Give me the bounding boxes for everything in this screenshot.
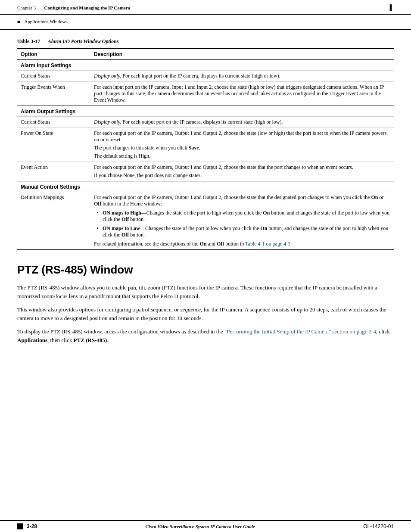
table-row: Event Action For each output port on the…: [17, 162, 394, 181]
chapter-name: Configuring and Managing the IP Camera: [44, 5, 131, 10]
doc-number-label: OL-14220-01: [363, 523, 394, 529]
chapter-label: Chapter 3: [17, 5, 36, 10]
page-subheader: ■ Applications Windows: [0, 16, 411, 30]
definition-bullet-list: ON maps to High—Changes the state of the…: [94, 210, 390, 238]
option-description: Display only. For each input port on the…: [90, 71, 394, 82]
col-header-description: Description: [90, 49, 394, 60]
option-description: For each input port on the IP camera, In…: [90, 82, 394, 106]
table-title: Table 3-17 Alarm I/O Ports Window Option…: [17, 38, 394, 45]
main-content: Table 3-17 Alarm I/O Ports Window Option…: [0, 30, 411, 358]
option-label: Event Action: [17, 162, 90, 181]
initial-setup-link[interactable]: "Performing the Initial Setup of the IP …: [224, 328, 376, 335]
table-link[interactable]: Table 4-1 on page 4-3: [245, 241, 290, 247]
ptz-para3: To display the PTZ (RS-485) window, acce…: [17, 327, 394, 344]
footer-left: 3-28: [17, 523, 37, 529]
footer-square-icon: [17, 523, 23, 529]
section-alarm-output: Alarm Output Settings: [17, 106, 394, 117]
page-number: 3-28: [27, 523, 37, 529]
col-header-option: Option: [17, 49, 90, 60]
list-item: ON maps to Low—Changes the state of the …: [94, 225, 390, 238]
footer-doc-number: OL-14220-01: [363, 523, 394, 529]
ptz-section: PTZ (RS-485) Window The PTZ (RS-485) win…: [17, 263, 394, 344]
option-description: Display only. For each output port on th…: [90, 117, 394, 128]
options-table: Option Description Alarm Input Settings …: [17, 48, 394, 250]
table-row: Trigger Events When For each input port …: [17, 82, 394, 106]
option-label: Trigger Events When: [17, 82, 90, 106]
table-row: Current Status Display only. For each ou…: [17, 117, 394, 128]
section-manual-control: Manual Control Settings: [17, 181, 394, 192]
subheader-label: Applications Windows: [24, 19, 68, 24]
option-label: Definition Mappings: [17, 192, 90, 250]
option-description: For each output port on the IP camera, O…: [90, 192, 394, 250]
page-footer: 3-28 Cisco Video Surveillance System IP …: [0, 520, 411, 532]
guide-name-label: Cisco Video Surveillance System IP Camer…: [146, 524, 255, 529]
section-alarm-input: Alarm Input Settings: [17, 60, 394, 71]
option-description: For each output port on the IP camera, O…: [90, 128, 394, 162]
ptz-para2: This window also provides options for co…: [17, 305, 394, 322]
option-description: For each output port on the IP camera, O…: [90, 162, 394, 181]
footer-guide-name: Cisco Video Surveillance System IP Camer…: [146, 524, 255, 529]
table-row: Power On State For each output port on t…: [17, 128, 394, 162]
header-chapter-title: Chapter 3 Configuring and Managing the I…: [17, 4, 130, 11]
option-label: Power On State: [17, 128, 90, 162]
list-item: ON maps to High—Changes the state of the…: [94, 210, 390, 223]
ptz-heading: PTZ (RS-485) Window: [17, 263, 394, 277]
table-row: Definition Mappings For each output port…: [17, 192, 394, 250]
option-label: Current Status: [17, 71, 90, 82]
ptz-para1: The PTZ (RS-485) window allows you to en…: [17, 283, 394, 300]
header-rule-right: ▌: [389, 4, 394, 11]
table-name: Alarm I/O Ports Window Options: [48, 38, 119, 44]
page-header: Chapter 3 Configuring and Managing the I…: [0, 0, 411, 15]
table-number: Table 3-17: [17, 38, 40, 44]
option-label: Current Status: [17, 117, 90, 128]
table-row: Current Status Display only. For each in…: [17, 71, 394, 82]
